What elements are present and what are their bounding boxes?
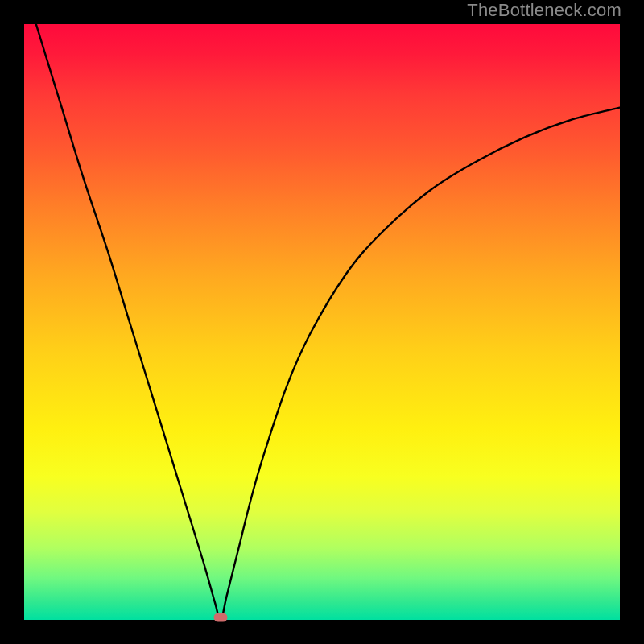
plot-area: [24, 24, 620, 620]
watermark-text: TheBottleneck.com: [467, 0, 621, 21]
curve-line: [36, 24, 620, 620]
minimum-marker: [214, 613, 228, 622]
chart-frame: TheBottleneck.com: [0, 0, 644, 644]
curve-svg: [24, 24, 620, 620]
